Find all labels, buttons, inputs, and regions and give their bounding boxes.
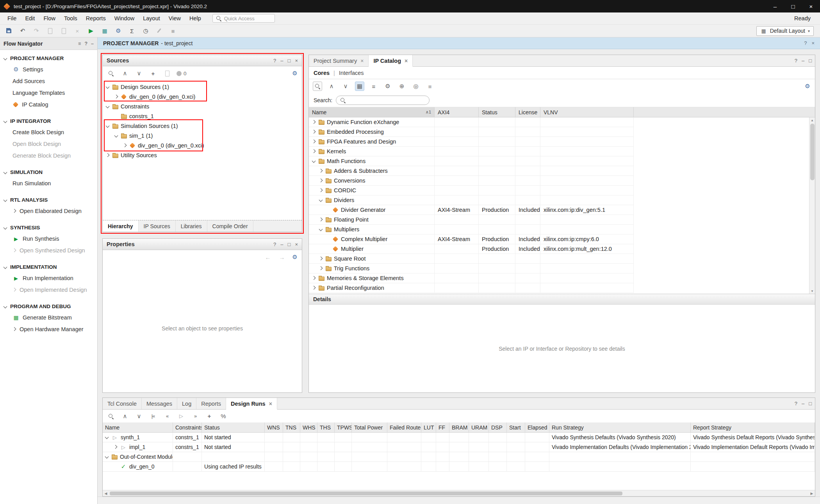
properties-float-icon[interactable]: □ [288,241,291,247]
runs-column-elapsed[interactable]: Elapsed [525,422,549,432]
catalog-column-name[interactable]: Name∧1 [309,107,435,117]
menu-tools[interactable]: Tools [60,14,82,23]
sources-help-icon[interactable]: ? [273,58,276,64]
menu-edit[interactable]: Edit [21,14,39,23]
collapse-all-button[interactable]: ∧ [120,412,130,421]
runs-column-lut[interactable]: LUT [421,422,436,432]
catalog-minimize-icon[interactable]: – [802,58,804,64]
catalog-row-multipliers[interactable]: Multipliers [309,225,634,234]
tab-log[interactable]: Log [177,398,196,409]
flow-section-header-rtl-analysis[interactable]: RTL ANALYSIS [0,195,97,205]
help-ring-button[interactable]: ◎ [411,82,421,91]
catalog-row-square-root[interactable]: Square Root [309,254,634,264]
stop-button[interactable]: ■ [425,82,435,91]
runs-column-dsp[interactable]: DSP [489,422,507,432]
step-back-button[interactable]: « [162,412,172,421]
flow-item-open-block-design[interactable]: Open Block Design [0,138,97,150]
tab-libraries[interactable]: Libraries [176,220,207,232]
tree-row-utility-sources[interactable]: Utility Sources [103,150,302,160]
expand-all-button[interactable]: ∨ [341,82,350,91]
catalog-column-status[interactable]: Status [479,107,515,117]
paste-button[interactable] [58,26,70,36]
properties-close-icon[interactable]: × [295,241,298,247]
flow-nav-list-icon[interactable]: ≡ [78,41,81,46]
flow-item-generate-bitstream[interactable]: ▦Generate Bitstream [0,312,97,323]
flow-item-ip-catalog[interactable]: IP Catalog [0,99,97,110]
runs-column-bram[interactable]: BRAM [449,422,469,432]
add-button[interactable]: + [148,69,158,78]
catalog-column-vlnv[interactable]: VLNV [540,107,634,117]
catalog-row-math-functions[interactable]: Math Functions [309,156,634,166]
catalog-search-input[interactable] [336,96,430,105]
flow-section-header-synthesis[interactable]: SYNTHESIS [0,222,97,233]
jump-to-start-button[interactable]: |« [148,412,158,421]
search-button[interactable] [106,69,116,78]
tree-row-constraints[interactable]: Constraints [103,101,302,111]
window-maximize-button[interactable]: □ [784,0,802,12]
expand-all-button[interactable]: ∨ [134,412,144,421]
collapse-all-button[interactable]: ∧ [120,69,130,78]
layout-selector[interactable]: ▦ Default Layout ▾ [756,26,814,36]
forward-button[interactable]: → [277,252,287,262]
flow-item-settings[interactable]: ⚙Settings [0,64,97,75]
runs-float-icon[interactable]: □ [809,401,812,406]
run-button[interactable]: ▶ [85,26,97,36]
flow-item-create-block-design[interactable]: Create Block Design [0,126,97,138]
flow-item-language-templates[interactable]: Language Templates [0,87,97,99]
runs-column-constraints[interactable]: Constraints [173,422,202,432]
flow-nav-help-icon[interactable]: ? [84,41,87,46]
runs-column-ff[interactable]: FF [436,422,449,432]
flow-section-header-ip-integrator[interactable]: IP INTEGRATOR [0,116,97,126]
tree-row-constrs-1[interactable]: constrs_1 [103,111,302,121]
flow-item-run-simulation[interactable]: Run Simulation [0,177,97,189]
delete-button[interactable]: × [71,26,83,36]
catalog-row-memories-storage-elements[interactable]: Memories & Storage Elements [309,273,634,283]
tab-project-summary[interactable]: Project Summary× [309,55,369,66]
runs-column-status[interactable]: Status [202,422,265,432]
runs-column-tns[interactable]: TNS [283,422,300,432]
copy-button[interactable] [44,26,56,36]
settings-button[interactable]: ⚙ [112,26,124,36]
runs-row-impl-1[interactable]: ▷impl_1constrs_1Not startedVivado Implem… [103,442,815,452]
flow-item-open-implemented-design[interactable]: Open Implemented Design [0,284,97,296]
catalog-row-adders-subtracters[interactable]: Adders & Subtracters [309,166,634,176]
tree-row-simulation-sources[interactable]: Simulation Sources (1) [103,121,302,131]
undo-button[interactable]: ↶ [17,26,29,36]
catalog-row-partial-reconfiguration[interactable]: Partial Reconfiguration [309,283,634,293]
catalog-help-icon[interactable]: ? [795,58,797,64]
catalog-row-embedded-processing[interactable]: Embedded Processing [309,127,634,137]
menu-window[interactable]: Window [110,14,139,23]
tree-row-sim-1[interactable]: sim_1 (1) [103,131,302,140]
runs-column-uram[interactable]: URAM [469,422,489,432]
search-button[interactable] [106,412,116,421]
runs-column-start[interactable]: Start [507,422,525,432]
runs-column-ths[interactable]: THS [317,422,335,432]
flow-section-header-program-and-debug[interactable]: PROGRAM AND DEBUG [0,301,97,312]
properties-settings-gear-icon[interactable]: ⚙ [291,254,298,261]
statistics-button[interactable]: Σ [126,26,138,36]
tree-row-div-gen-0[interactable]: div_gen_0 (div_gen_0.xci) [103,140,302,150]
close-icon[interactable]: × [269,401,272,407]
flow-item-open-hardware-manager[interactable]: Open Hardware Manager [0,323,97,335]
catalog-settings-gear-icon[interactable]: ⚙ [804,83,811,90]
flow-item-generate-block-design[interactable]: Generate Block Design [0,150,97,161]
menu-help[interactable]: Help [185,14,205,23]
banner-help-icon[interactable]: ? [804,40,807,46]
catalog-float-icon[interactable]: □ [809,58,812,64]
runs-column-report-strategy[interactable]: Report Strategy [691,422,815,432]
menu-reports[interactable]: Reports [82,14,110,23]
banner-close-icon[interactable]: × [811,40,815,46]
menu-flow[interactable]: Flow [39,14,60,23]
group-by-category-button[interactable]: ▦ [355,82,364,91]
search-button[interactable] [313,82,322,91]
close-icon[interactable]: × [360,58,364,64]
window-close-button[interactable]: × [802,0,820,12]
runs-column-tpws[interactable]: TPWS [335,422,352,432]
flow-item-run-implementation[interactable]: ▶Run Implementation [0,272,97,284]
file-button[interactable] [162,69,172,78]
catalog-row-divider-generator[interactable]: Divider GeneratorAXI4-StreamProductionIn… [309,205,634,215]
flow-item-add-sources[interactable]: Add Sources [0,75,97,87]
redo-button[interactable]: ↷ [30,26,42,36]
runs-column-run-strategy[interactable]: Run Strategy [549,422,691,432]
flow-nav-minimize-icon[interactable]: – [91,41,94,46]
